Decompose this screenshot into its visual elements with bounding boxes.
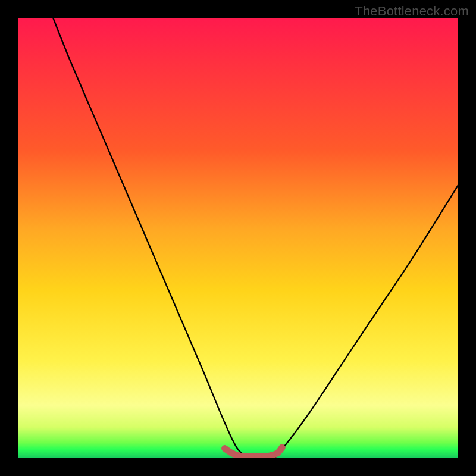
- bottleneck-curve: [53, 18, 458, 458]
- chart-frame: TheBottleneck.com: [0, 0, 476, 476]
- plot-area: [18, 18, 458, 458]
- valley-dot: [274, 450, 281, 456]
- valley-dot: [279, 444, 286, 451]
- curve-layer: [18, 18, 458, 458]
- watermark-text: TheBottleneck.com: [355, 4, 469, 19]
- valley-dot: [221, 445, 228, 452]
- valley-dot: [228, 450, 234, 456]
